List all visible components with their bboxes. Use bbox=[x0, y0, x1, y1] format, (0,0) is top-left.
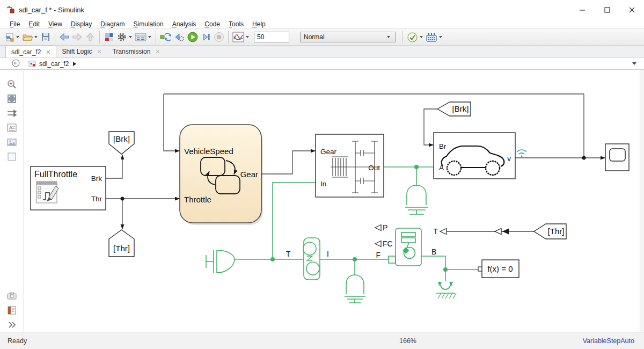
model-config-dropdown-icon[interactable] bbox=[148, 36, 151, 38]
wire-brk-to-goto[interactable] bbox=[106, 155, 122, 178]
menu-help[interactable]: Help bbox=[248, 20, 270, 28]
goto-thr-label: [Thr] bbox=[113, 244, 130, 253]
palette-annotation-icon[interactable]: A bbox=[5, 121, 19, 135]
forward-icon[interactable] bbox=[71, 30, 84, 44]
breadcrumb-options-caret-icon[interactable] bbox=[632, 62, 636, 65]
menu-analysis[interactable]: Analysis bbox=[168, 20, 201, 28]
document-tabbar: sdl_car_f2 Shift Logic Transmission bbox=[0, 46, 644, 58]
close-icon[interactable] bbox=[619, 0, 644, 19]
tab-close-icon[interactable] bbox=[156, 49, 160, 54]
block-torque-converter[interactable] bbox=[303, 238, 320, 280]
wire-speed-to-chart[interactable] bbox=[164, 94, 180, 151]
pwire-b-to-solver[interactable] bbox=[421, 256, 478, 270]
model-canvas[interactable]: FullThrottle Brk Thr [Brk] bbox=[24, 70, 640, 332]
settings-dropdown-icon[interactable] bbox=[129, 36, 132, 38]
open-dropdown-icon[interactable] bbox=[34, 36, 38, 38]
minimize-icon[interactable] bbox=[570, 0, 595, 19]
run-icon[interactable] bbox=[186, 30, 200, 44]
open-icon[interactable] bbox=[21, 30, 34, 44]
settings-gear-icon[interactable] bbox=[115, 30, 128, 44]
tab-shift-logic[interactable]: Shift Logic bbox=[56, 46, 107, 57]
build-dropdown-icon[interactable] bbox=[439, 36, 442, 38]
menu-code[interactable]: Code bbox=[200, 20, 224, 28]
tab-close-icon[interactable] bbox=[97, 49, 101, 54]
goto-brk-tag[interactable]: [Brk] bbox=[109, 132, 134, 154]
tab-close-icon[interactable] bbox=[46, 50, 50, 54]
new-model-dropdown-icon[interactable] bbox=[16, 36, 19, 38]
block-scope[interactable] bbox=[605, 144, 629, 171]
up-icon[interactable] bbox=[84, 30, 97, 44]
goto-thr-tag[interactable]: [Thr] bbox=[109, 230, 134, 257]
from-brk-tag[interactable]: [Brk] bbox=[437, 102, 471, 116]
port-p-triangle-icon bbox=[375, 225, 381, 231]
open-arrow-icon bbox=[495, 229, 501, 235]
menu-tools[interactable]: Tools bbox=[224, 20, 248, 28]
palette-signal-routing-icon[interactable] bbox=[5, 106, 19, 120]
save-icon[interactable] bbox=[39, 30, 52, 44]
update-diagram-icon[interactable] bbox=[159, 30, 173, 44]
data-inspector-icon[interactable] bbox=[231, 30, 245, 44]
vertical-scrollbar[interactable] bbox=[640, 70, 644, 332]
block-transmission[interactable]: Gear In Out bbox=[316, 134, 384, 197]
menu-diagram[interactable]: Diagram bbox=[96, 20, 129, 28]
menu-file[interactable]: File bbox=[5, 20, 24, 28]
step-forward-icon[interactable] bbox=[200, 30, 213, 44]
back-icon[interactable] bbox=[58, 30, 71, 44]
stop-icon[interactable] bbox=[213, 30, 225, 44]
label-B: B bbox=[431, 248, 436, 256]
solver-setting[interactable]: VariableStepAuto bbox=[583, 337, 634, 345]
port-t-triangle-icon bbox=[440, 229, 447, 235]
breadcrumb-model[interactable]: sdl_car_f2 bbox=[28, 60, 69, 68]
model-advisor-dropdown-icon[interactable] bbox=[420, 36, 423, 38]
tab-sdl-car-f2[interactable]: sdl_car_f2 bbox=[5, 46, 56, 57]
block-inertia-1[interactable] bbox=[405, 185, 428, 214]
scope-screen-icon bbox=[610, 149, 625, 161]
port-fc-triangle-icon bbox=[375, 241, 381, 247]
stop-time-input[interactable] bbox=[254, 32, 289, 42]
block-fullthrottle[interactable]: FullThrottle Brk Thr bbox=[31, 166, 106, 210]
wire-gear[interactable] bbox=[261, 151, 316, 174]
menu-view[interactable]: View bbox=[44, 20, 67, 28]
palette-image-icon[interactable] bbox=[5, 135, 19, 149]
breadcrumb-back-icon[interactable] bbox=[12, 59, 20, 69]
tab-transmission[interactable]: Transmission bbox=[107, 46, 165, 57]
port-in-label: In bbox=[320, 180, 326, 188]
palette-expand-icon[interactable] bbox=[5, 318, 19, 332]
breadcrumb-model-name: sdl_car_f2 bbox=[39, 60, 69, 68]
tab-label: Shift Logic bbox=[62, 48, 92, 55]
menu-simulation[interactable]: Simulation bbox=[129, 20, 168, 28]
new-model-icon[interactable] bbox=[3, 30, 16, 44]
step-back-icon[interactable] bbox=[173, 30, 186, 44]
block-engine[interactable] bbox=[389, 228, 421, 266]
menu-edit[interactable]: Edit bbox=[24, 20, 44, 28]
rotational-ground-icon[interactable] bbox=[436, 282, 456, 299]
window-titlebar: sdl_car_f * - Simulink bbox=[0, 0, 644, 19]
maximize-icon[interactable] bbox=[595, 0, 619, 19]
port-thr-label: Thr bbox=[91, 195, 103, 203]
library-browser-icon[interactable] bbox=[103, 30, 115, 44]
port-brk-label: Brk bbox=[91, 174, 103, 183]
tab-label: sdl_car_f2 bbox=[11, 48, 41, 56]
sim-mode-caret-icon bbox=[387, 36, 390, 38]
palette-screenshot-icon[interactable] bbox=[5, 289, 19, 303]
menu-display[interactable]: Display bbox=[67, 20, 96, 28]
port-a-label: A bbox=[439, 164, 444, 172]
block-solver[interactable]: f(x) = 0 bbox=[478, 260, 519, 278]
block-vehicle-body[interactable]: Br A v bbox=[434, 133, 526, 179]
breadcrumb: sdl_car_f2 bbox=[0, 58, 644, 70]
model-config-icon[interactable] bbox=[134, 30, 148, 44]
sim-mode-select[interactable]: Normal bbox=[300, 32, 396, 42]
from-thr-tag[interactable]: [Thr] bbox=[534, 224, 566, 239]
block-torque-source[interactable] bbox=[206, 250, 235, 273]
model-advisor-check-icon[interactable] bbox=[406, 30, 419, 44]
build-icon[interactable] bbox=[425, 30, 438, 44]
palette-area-box-icon[interactable] bbox=[5, 150, 19, 164]
label-I: I bbox=[327, 250, 329, 258]
block-inertia-2[interactable] bbox=[345, 275, 365, 303]
palette-zoom-icon[interactable] bbox=[5, 77, 19, 91]
breadcrumb-chevron-icon[interactable] bbox=[73, 62, 76, 66]
palette-model-browser-icon[interactable] bbox=[5, 303, 19, 317]
palette-fit-view-icon[interactable] bbox=[5, 92, 19, 106]
data-inspector-dropdown-icon[interactable] bbox=[246, 36, 249, 38]
block-shift-logic-chart[interactable]: VehicleSpeed Throttle Gear bbox=[180, 125, 263, 225]
